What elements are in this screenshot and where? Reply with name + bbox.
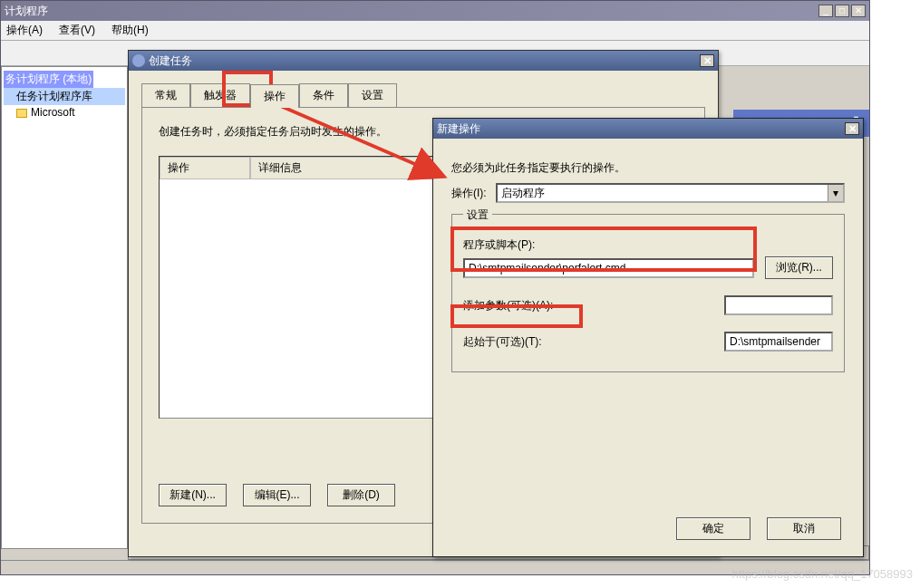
program-label: 程序或脚本(P): [463, 237, 833, 253]
new-action-title: 新建操作 [437, 121, 845, 137]
col-action[interactable]: 操作 [160, 157, 250, 179]
watermark: https://blog.csdn.net/qq_17058993 [732, 567, 914, 581]
startin-input[interactable]: D:\smtpmailsender [724, 332, 833, 352]
new-action-titlebar[interactable]: 新建操作 ✕ [433, 119, 863, 139]
tab-settings[interactable]: 设置 [348, 83, 397, 107]
action-select-value: 启动程序 [501, 186, 545, 201]
main-title-text: 计划程序 [5, 4, 818, 19]
menu-help[interactable]: 帮助(H) [111, 23, 149, 38]
tree-root[interactable]: 务计划程序 (本地) [4, 71, 93, 88]
tree-microsoft-label: Microsoft [31, 106, 75, 119]
close-icon[interactable]: ✕ [845, 122, 859, 135]
tab-actions[interactable]: 操作 [250, 84, 299, 108]
create-task-title: 创建任务 [149, 53, 700, 69]
args-label: 添加参数(可选)(A): [463, 298, 599, 313]
delete-button[interactable]: 删除(D) [327, 484, 395, 506]
menu-view[interactable]: 查看(V) [59, 23, 95, 38]
settings-fieldset: 设置 程序或脚本(P): D:\smtpmailsender\perfalert… [451, 214, 845, 372]
tab-triggers[interactable]: 触发器 [190, 83, 250, 107]
folder-icon [16, 109, 27, 118]
action-select[interactable]: 启动程序 ▾ [496, 183, 845, 203]
create-task-titlebar[interactable]: 创建任务 ✕ [129, 51, 718, 71]
settings-legend: 设置 [463, 207, 492, 223]
new-action-dialog: 新建操作 ✕ 您必须为此任务指定要执行的操作。 操作(I): 启动程序 ▾ 设置… [432, 118, 864, 557]
menu-bar: 操作(A) 查看(V) 帮助(H) [1, 21, 869, 41]
browse-button[interactable]: 浏览(R)... [765, 256, 833, 279]
menu-operation[interactable]: 操作(A) [6, 23, 43, 38]
new-button[interactable]: 新建(N)... [159, 484, 227, 506]
new-action-hint: 您必须为此任务指定要执行的操作。 [451, 160, 845, 176]
ok-button[interactable]: 确定 [676, 517, 751, 540]
close-icon[interactable]: ✕ [700, 54, 714, 67]
dialog-icon [132, 54, 145, 67]
action-label: 操作(I): [451, 186, 487, 201]
edit-button[interactable]: 编辑(E)... [243, 484, 311, 506]
minimize-icon[interactable]: _ [818, 5, 833, 17]
chevron-down-icon[interactable]: ▾ [828, 185, 843, 201]
tab-strip: 常规 触发器 操作 条件 设置 [141, 83, 718, 107]
tree-pane[interactable]: 务计划程序 (本地) 任务计划程序库 Microsoft [1, 66, 128, 549]
tab-general[interactable]: 常规 [141, 83, 190, 107]
tree-microsoft[interactable]: Microsoft [4, 105, 125, 120]
startin-label: 起始于(可选)(T): [463, 334, 599, 350]
cancel-button[interactable]: 取消 [767, 517, 841, 540]
tab-conditions[interactable]: 条件 [299, 83, 348, 107]
args-input[interactable] [724, 295, 833, 315]
close-icon[interactable]: ✕ [851, 5, 866, 17]
maximize-icon[interactable]: □ [835, 5, 849, 17]
tree-library[interactable]: 任务计划程序库 [4, 88, 125, 105]
program-input[interactable]: D:\smtpmailsender\perfalert.cmd [463, 258, 754, 278]
main-titlebar[interactable]: 计划程序 _ □ ✕ [1, 1, 869, 21]
